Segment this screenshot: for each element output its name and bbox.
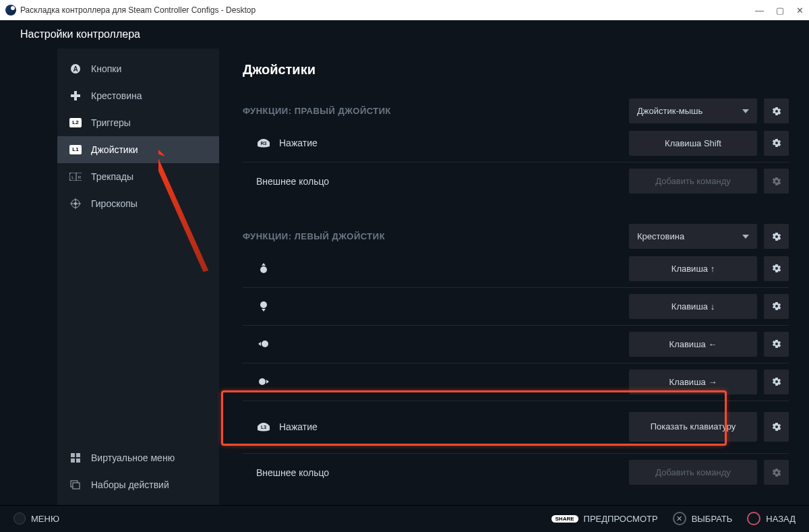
footer-select-label: ВЫБРАТЬ: [692, 514, 733, 524]
l3-icon: L3: [256, 421, 271, 432]
sidebar-item-trackpads[interactable]: LR Трекпады: [57, 163, 219, 190]
layers-icon: [69, 479, 82, 490]
dropdown-label: Джойстик-мышь: [637, 106, 702, 116]
left-right-binding[interactable]: Клавиша →: [629, 370, 757, 394]
sidebar-item-label: Гироскопы: [91, 198, 138, 209]
right-press-gear[interactable]: [764, 131, 789, 156]
circle-button-icon: [747, 512, 760, 525]
sidebar-item-joysticks[interactable]: L1 Джойстики: [57, 136, 219, 163]
svg-point-21: [262, 341, 268, 347]
l2-icon: L2: [69, 117, 82, 128]
window-title: Раскладка контроллера для Steam Controll…: [20, 5, 256, 15]
gyro-icon: [69, 198, 82, 209]
footer-back[interactable]: НАЗАД: [747, 512, 796, 525]
footer-select[interactable]: ✕ ВЫБРАТЬ: [673, 512, 733, 525]
svg-text:R3: R3: [261, 141, 267, 146]
sidebar-item-label: Трекпады: [91, 171, 133, 182]
left-outer-ring-binding[interactable]: Добавить команду: [629, 460, 757, 485]
row-label: Нажатие: [279, 421, 318, 432]
sidebar-item-dpad[interactable]: Крестовина: [57, 82, 219, 109]
page-header: Настройки контроллера: [20, 28, 140, 40]
row-label: Нажатие: [279, 138, 318, 148]
svg-text:L: L: [71, 175, 74, 179]
svg-rect-15: [76, 459, 80, 463]
l1-icon: L1: [69, 144, 82, 155]
right-outer-ring-gear[interactable]: [764, 169, 789, 194]
grid-icon: [69, 452, 82, 463]
left-down-binding[interactable]: Клавиша ↓: [629, 294, 757, 319]
circle-a-icon: A: [69, 63, 82, 74]
left-up-binding[interactable]: Клавиша ↑: [629, 256, 757, 281]
footer-preview-label: ПРЕДПРОСМОТР: [584, 514, 658, 524]
footer-back-label: НАЗАД: [766, 514, 796, 524]
sidebar-item-action-sets[interactable]: Наборы действий: [57, 471, 219, 498]
sidebar-item-label: Триггеры: [91, 117, 131, 128]
sidebar-item-label: Наборы действий: [91, 479, 169, 490]
svg-rect-14: [71, 459, 75, 463]
left-mode-gear[interactable]: [764, 224, 789, 249]
svg-rect-17: [73, 483, 80, 489]
svg-text:L3: L3: [261, 425, 266, 430]
sidebar-item-label: Виртуальное меню: [91, 452, 175, 463]
svg-rect-3: [71, 94, 80, 97]
stick-left-icon: [256, 338, 271, 349]
svg-point-20: [260, 301, 267, 308]
left-down-gear[interactable]: [764, 294, 789, 319]
left-right-gear[interactable]: [764, 370, 789, 394]
row-label: Внешнее кольцо: [256, 176, 329, 187]
chevron-down-icon: [742, 235, 749, 239]
dropdown-label: Крестовина: [637, 231, 684, 241]
plus-icon: [69, 90, 82, 101]
share-badge-icon: SHARE: [551, 515, 578, 523]
close-button[interactable]: ✕: [796, 5, 804, 16]
row-label: Внешнее кольцо: [256, 467, 329, 478]
right-mode-gear[interactable]: [764, 98, 789, 123]
stick-right-icon: [256, 376, 271, 387]
left-up-gear[interactable]: [764, 256, 789, 281]
r3-icon: R3: [256, 138, 271, 148]
sidebar-item-virtual-menu[interactable]: Виртуальное меню: [57, 444, 219, 471]
minimize-button[interactable]: —: [755, 5, 764, 16]
sidebar-item-gyro[interactable]: Гироскопы: [57, 190, 219, 217]
left-press-binding[interactable]: Показать клавиатуру: [629, 412, 757, 442]
steam-logo-icon: [5, 5, 16, 16]
sidebar-item-label: Кнопки: [91, 63, 121, 74]
sidebar-item-label: Крестовина: [91, 90, 142, 101]
right-mode-dropdown[interactable]: Джойстик-мышь: [629, 98, 757, 123]
left-left-binding[interactable]: Клавиша ←: [629, 332, 757, 357]
sidebar-item-buttons[interactable]: A Кнопки: [57, 55, 219, 82]
footer-menu[interactable]: МЕНЮ: [13, 512, 59, 525]
sidebar-item-triggers[interactable]: L2 Триггеры: [57, 109, 219, 136]
right-outer-ring-binding[interactable]: Добавить команду: [629, 169, 757, 194]
chevron-down-icon: [742, 109, 749, 113]
sidebar-item-label: Джойстики: [91, 144, 138, 155]
left-left-gear[interactable]: [764, 332, 789, 357]
svg-rect-12: [71, 453, 75, 457]
sidebar: A Кнопки Крестовина L2 Триггеры L1 Джойс…: [57, 49, 219, 505]
stick-down-icon: [256, 301, 271, 312]
left-press-gear[interactable]: [764, 412, 789, 442]
section-label-left: ФУНКЦИИ: ЛЕВЫЙ ДЖОЙСТИК: [243, 231, 385, 241]
page-title: Джойстики: [243, 62, 789, 78]
right-press-binding[interactable]: Клавиша Shift: [629, 131, 757, 156]
maximize-button[interactable]: ▢: [776, 5, 784, 16]
footer-preview[interactable]: SHARE ПРЕДПРОСМОТР: [551, 514, 658, 524]
ps-icon: [13, 512, 26, 525]
left-outer-ring-gear[interactable]: [764, 460, 789, 485]
svg-text:A: A: [73, 65, 78, 73]
svg-rect-13: [76, 453, 80, 457]
section-label-right: ФУНКЦИИ: ПРАВЫЙ ДЖОЙСТИК: [243, 106, 391, 116]
x-button-icon: ✕: [673, 512, 686, 525]
footer-menu-label: МЕНЮ: [31, 514, 59, 524]
svg-text:R: R: [78, 175, 82, 179]
svg-point-22: [259, 378, 266, 385]
trackpad-icon: LR: [69, 171, 82, 182]
stick-up-icon: [256, 263, 271, 274]
svg-point-19: [260, 266, 267, 273]
left-mode-dropdown[interactable]: Крестовина: [629, 224, 757, 249]
